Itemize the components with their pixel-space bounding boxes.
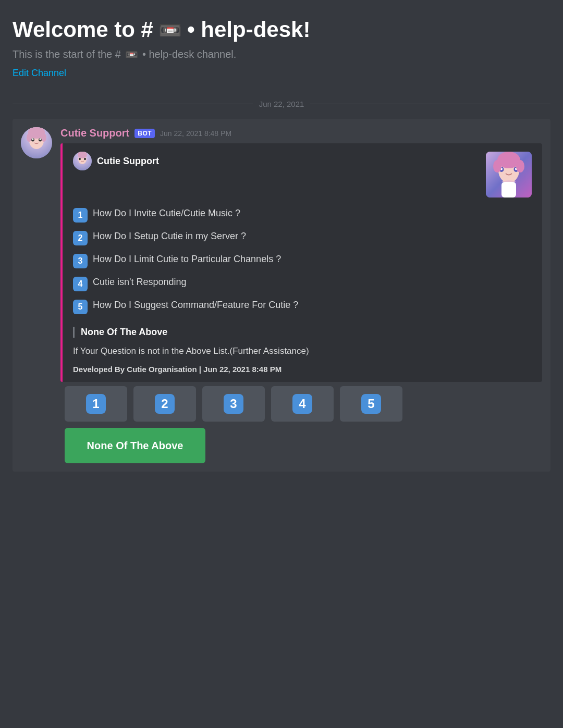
option-1: 1 How Do I Invite Cutie/Cutie Music ? [73,208,532,223]
svg-rect-23 [501,182,516,198]
svg-point-5 [40,138,41,140]
option-3: 3 How Do I Limit Cutie to Particular Cha… [73,254,532,268]
option-2: 2 How Do I Setup Cutie in my Server ? [73,231,532,245]
title-prefix: Welcome to # [13,17,153,43]
embed-author-name: Cutie Support [97,156,159,167]
number-button-4-label: 4 [292,394,312,414]
none-above-section: None Of The Above [73,327,532,338]
buttons-section: 1 2 3 4 5 None Of The Above [65,386,542,463]
embed-footer: Developed By Cutie Organisation | Jun 22… [73,365,532,374]
message-group: Cutie Support BOT Jun 22, 2021 8:48 PM [13,119,550,472]
avatar [21,127,52,158]
message-content: Cutie Support BOT Jun 22, 2021 8:48 PM [60,127,542,463]
channel-header: Welcome to # 📼 • help-desk! This is the … [13,17,550,89]
number-button-1[interactable]: 1 [65,386,127,422]
title-suffix: • help-desk! [187,17,310,43]
date-divider: Jun 22, 2021 [13,100,550,108]
number-button-2[interactable]: 2 [133,386,196,422]
number-button-3-label: 3 [224,394,243,414]
number-button-5-label: 5 [361,394,381,414]
number-button-1-label: 1 [86,394,106,414]
date-divider-text: Jun 22, 2021 [259,100,304,108]
option-2-text: How Do I Setup Cutie in my Server ? [93,231,246,242]
channel-subtitle: This is the start of the # 📼 • help-desk… [13,48,550,60]
embed-thumbnail [486,152,532,198]
none-above-desc: If Your Question is not in the Above Lis… [73,346,532,356]
tape-emoji-1: 📼 [158,19,182,41]
username: Cutie Support [60,127,129,139]
svg-point-12 [84,158,86,160]
svg-point-7 [27,133,32,142]
option-5-text: How Do I Suggest Command/Feature For Cut… [93,300,298,311]
svg-point-4 [32,138,34,140]
svg-point-21 [493,160,501,172]
option-3-text: How Do I Limit Cutie to Particular Chann… [93,254,281,265]
number-button-2-label: 2 [155,394,175,414]
embed-options: 1 How Do I Invite Cutie/Cutie Music ? 2 … [73,208,532,314]
number-buttons-row: 1 2 3 4 5 [65,386,542,422]
option-2-badge: 2 [73,231,88,245]
none-above-button[interactable]: None Of The Above [65,428,205,463]
option-1-badge: 1 [73,208,88,223]
message-header: Cutie Support BOT Jun 22, 2021 8:48 PM [60,127,542,139]
option-4: 4 Cutie isn't Responding [73,277,532,291]
embed-card: Cutie Support [60,143,542,382]
svg-point-22 [516,160,524,172]
option-1-text: How Do I Invite Cutie/Cutie Music ? [93,208,240,219]
channel-title: Welcome to # 📼 • help-desk! [13,17,550,43]
option-5: 5 How Do I Suggest Command/Feature For C… [73,300,532,314]
none-above-title: None Of The Above [81,327,532,338]
tape-emoji-2: 📼 [125,48,138,60]
embed-author-icon [73,152,92,170]
subtitle-suffix: • help-desk channel. [142,48,236,60]
edit-channel-link[interactable]: Edit Channel [13,68,66,78]
svg-point-8 [41,133,46,142]
number-button-5[interactable]: 5 [340,386,402,422]
message-timestamp: Jun 22, 2021 8:48 PM [160,129,231,138]
option-5-badge: 5 [73,300,88,314]
embed-top: Cutie Support [73,152,532,198]
svg-point-11 [79,158,81,160]
option-4-badge: 4 [73,277,88,291]
subtitle-prefix: This is the start of the # [13,48,121,60]
option-3-badge: 3 [73,254,88,268]
number-button-4[interactable]: 4 [271,386,334,422]
number-button-3[interactable]: 3 [202,386,265,422]
bot-badge: BOT [134,129,155,138]
option-4-text: Cutie isn't Responding [93,277,187,288]
embed-author: Cutie Support [73,152,159,170]
